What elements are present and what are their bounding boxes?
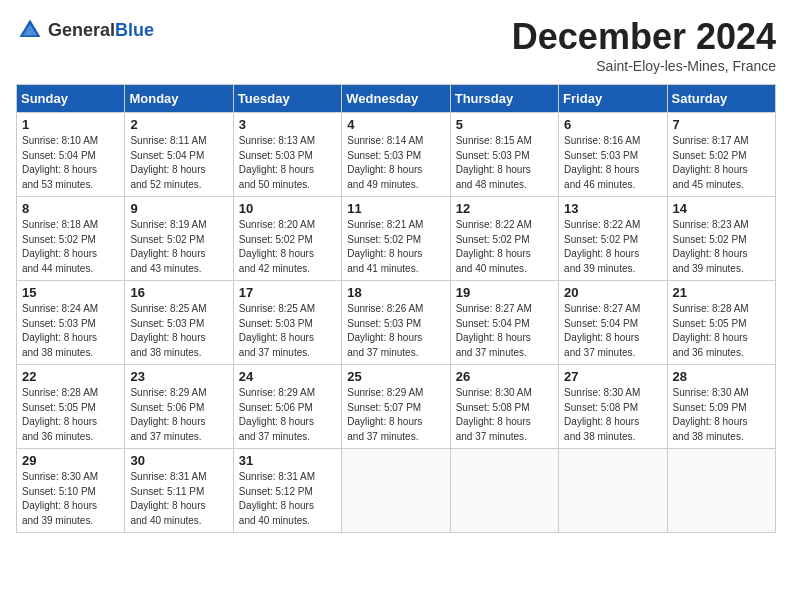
day-number: 29 xyxy=(22,453,119,468)
calendar-day: 30Sunrise: 8:31 AMSunset: 5:11 PMDayligh… xyxy=(125,449,233,533)
calendar-day: 23Sunrise: 8:29 AMSunset: 5:06 PMDayligh… xyxy=(125,365,233,449)
header-cell-friday: Friday xyxy=(559,85,667,113)
calendar-week-5: 29Sunrise: 8:30 AMSunset: 5:10 PMDayligh… xyxy=(17,449,776,533)
day-number: 16 xyxy=(130,285,227,300)
day-info: Sunrise: 8:19 AMSunset: 5:02 PMDaylight:… xyxy=(130,218,227,276)
day-info: Sunrise: 8:29 AMSunset: 5:06 PMDaylight:… xyxy=(239,386,336,444)
day-number: 24 xyxy=(239,369,336,384)
calendar-day: 13Sunrise: 8:22 AMSunset: 5:02 PMDayligh… xyxy=(559,197,667,281)
calendar-week-4: 22Sunrise: 8:28 AMSunset: 5:05 PMDayligh… xyxy=(17,365,776,449)
calendar-day xyxy=(450,449,558,533)
calendar-header-row: SundayMondayTuesdayWednesdayThursdayFrid… xyxy=(17,85,776,113)
day-info: Sunrise: 8:30 AMSunset: 5:08 PMDaylight:… xyxy=(564,386,661,444)
day-info: Sunrise: 8:11 AMSunset: 5:04 PMDaylight:… xyxy=(130,134,227,192)
day-number: 3 xyxy=(239,117,336,132)
day-info: Sunrise: 8:17 AMSunset: 5:02 PMDaylight:… xyxy=(673,134,770,192)
logo-text-general: General xyxy=(48,20,115,40)
day-number: 8 xyxy=(22,201,119,216)
day-info: Sunrise: 8:13 AMSunset: 5:03 PMDaylight:… xyxy=(239,134,336,192)
day-number: 13 xyxy=(564,201,661,216)
calendar-day: 2Sunrise: 8:11 AMSunset: 5:04 PMDaylight… xyxy=(125,113,233,197)
day-info: Sunrise: 8:31 AMSunset: 5:12 PMDaylight:… xyxy=(239,470,336,528)
calendar-day: 4Sunrise: 8:14 AMSunset: 5:03 PMDaylight… xyxy=(342,113,450,197)
calendar-day: 25Sunrise: 8:29 AMSunset: 5:07 PMDayligh… xyxy=(342,365,450,449)
calendar-day xyxy=(559,449,667,533)
day-info: Sunrise: 8:30 AMSunset: 5:09 PMDaylight:… xyxy=(673,386,770,444)
day-info: Sunrise: 8:26 AMSunset: 5:03 PMDaylight:… xyxy=(347,302,444,360)
day-number: 28 xyxy=(673,369,770,384)
day-number: 14 xyxy=(673,201,770,216)
calendar-day: 21Sunrise: 8:28 AMSunset: 5:05 PMDayligh… xyxy=(667,281,775,365)
calendar-day: 29Sunrise: 8:30 AMSunset: 5:10 PMDayligh… xyxy=(17,449,125,533)
day-info: Sunrise: 8:22 AMSunset: 5:02 PMDaylight:… xyxy=(564,218,661,276)
day-info: Sunrise: 8:20 AMSunset: 5:02 PMDaylight:… xyxy=(239,218,336,276)
calendar-day: 7Sunrise: 8:17 AMSunset: 5:02 PMDaylight… xyxy=(667,113,775,197)
day-info: Sunrise: 8:16 AMSunset: 5:03 PMDaylight:… xyxy=(564,134,661,192)
page-header: GeneralBlue December 2024 Saint-Eloy-les… xyxy=(16,16,776,74)
header-cell-saturday: Saturday xyxy=(667,85,775,113)
calendar-day: 22Sunrise: 8:28 AMSunset: 5:05 PMDayligh… xyxy=(17,365,125,449)
header-cell-wednesday: Wednesday xyxy=(342,85,450,113)
day-number: 20 xyxy=(564,285,661,300)
calendar-day: 9Sunrise: 8:19 AMSunset: 5:02 PMDaylight… xyxy=(125,197,233,281)
day-info: Sunrise: 8:21 AMSunset: 5:02 PMDaylight:… xyxy=(347,218,444,276)
calendar-day: 3Sunrise: 8:13 AMSunset: 5:03 PMDaylight… xyxy=(233,113,341,197)
day-info: Sunrise: 8:24 AMSunset: 5:03 PMDaylight:… xyxy=(22,302,119,360)
location: Saint-Eloy-les-Mines, France xyxy=(512,58,776,74)
calendar-day: 16Sunrise: 8:25 AMSunset: 5:03 PMDayligh… xyxy=(125,281,233,365)
calendar-day: 18Sunrise: 8:26 AMSunset: 5:03 PMDayligh… xyxy=(342,281,450,365)
logo-icon xyxy=(16,16,44,44)
calendar-day xyxy=(667,449,775,533)
day-number: 18 xyxy=(347,285,444,300)
calendar-day: 8Sunrise: 8:18 AMSunset: 5:02 PMDaylight… xyxy=(17,197,125,281)
day-number: 23 xyxy=(130,369,227,384)
day-number: 10 xyxy=(239,201,336,216)
day-number: 7 xyxy=(673,117,770,132)
calendar-day: 20Sunrise: 8:27 AMSunset: 5:04 PMDayligh… xyxy=(559,281,667,365)
day-info: Sunrise: 8:27 AMSunset: 5:04 PMDaylight:… xyxy=(456,302,553,360)
calendar-table: SundayMondayTuesdayWednesdayThursdayFrid… xyxy=(16,84,776,533)
day-number: 30 xyxy=(130,453,227,468)
logo-text-blue: Blue xyxy=(115,20,154,40)
day-info: Sunrise: 8:30 AMSunset: 5:08 PMDaylight:… xyxy=(456,386,553,444)
day-info: Sunrise: 8:15 AMSunset: 5:03 PMDaylight:… xyxy=(456,134,553,192)
day-number: 15 xyxy=(22,285,119,300)
day-number: 9 xyxy=(130,201,227,216)
day-info: Sunrise: 8:18 AMSunset: 5:02 PMDaylight:… xyxy=(22,218,119,276)
calendar-day: 6Sunrise: 8:16 AMSunset: 5:03 PMDaylight… xyxy=(559,113,667,197)
logo: GeneralBlue xyxy=(16,16,154,44)
calendar-day: 31Sunrise: 8:31 AMSunset: 5:12 PMDayligh… xyxy=(233,449,341,533)
day-number: 25 xyxy=(347,369,444,384)
calendar-day: 27Sunrise: 8:30 AMSunset: 5:08 PMDayligh… xyxy=(559,365,667,449)
day-number: 31 xyxy=(239,453,336,468)
title-area: December 2024 Saint-Eloy-les-Mines, Fran… xyxy=(512,16,776,74)
day-number: 4 xyxy=(347,117,444,132)
header-cell-thursday: Thursday xyxy=(450,85,558,113)
calendar-day: 15Sunrise: 8:24 AMSunset: 5:03 PMDayligh… xyxy=(17,281,125,365)
day-number: 12 xyxy=(456,201,553,216)
calendar-day: 17Sunrise: 8:25 AMSunset: 5:03 PMDayligh… xyxy=(233,281,341,365)
day-info: Sunrise: 8:29 AMSunset: 5:07 PMDaylight:… xyxy=(347,386,444,444)
calendar-week-3: 15Sunrise: 8:24 AMSunset: 5:03 PMDayligh… xyxy=(17,281,776,365)
day-info: Sunrise: 8:30 AMSunset: 5:10 PMDaylight:… xyxy=(22,470,119,528)
calendar-day: 14Sunrise: 8:23 AMSunset: 5:02 PMDayligh… xyxy=(667,197,775,281)
calendar-day: 28Sunrise: 8:30 AMSunset: 5:09 PMDayligh… xyxy=(667,365,775,449)
day-number: 5 xyxy=(456,117,553,132)
calendar-day: 12Sunrise: 8:22 AMSunset: 5:02 PMDayligh… xyxy=(450,197,558,281)
day-number: 1 xyxy=(22,117,119,132)
day-number: 22 xyxy=(22,369,119,384)
calendar-body: 1Sunrise: 8:10 AMSunset: 5:04 PMDaylight… xyxy=(17,113,776,533)
calendar-day xyxy=(342,449,450,533)
calendar-day: 19Sunrise: 8:27 AMSunset: 5:04 PMDayligh… xyxy=(450,281,558,365)
header-cell-monday: Monday xyxy=(125,85,233,113)
day-info: Sunrise: 8:25 AMSunset: 5:03 PMDaylight:… xyxy=(239,302,336,360)
day-info: Sunrise: 8:27 AMSunset: 5:04 PMDaylight:… xyxy=(564,302,661,360)
day-number: 11 xyxy=(347,201,444,216)
day-info: Sunrise: 8:23 AMSunset: 5:02 PMDaylight:… xyxy=(673,218,770,276)
day-number: 17 xyxy=(239,285,336,300)
day-info: Sunrise: 8:14 AMSunset: 5:03 PMDaylight:… xyxy=(347,134,444,192)
calendar-day: 24Sunrise: 8:29 AMSunset: 5:06 PMDayligh… xyxy=(233,365,341,449)
header-cell-tuesday: Tuesday xyxy=(233,85,341,113)
day-info: Sunrise: 8:28 AMSunset: 5:05 PMDaylight:… xyxy=(22,386,119,444)
calendar-day: 11Sunrise: 8:21 AMSunset: 5:02 PMDayligh… xyxy=(342,197,450,281)
